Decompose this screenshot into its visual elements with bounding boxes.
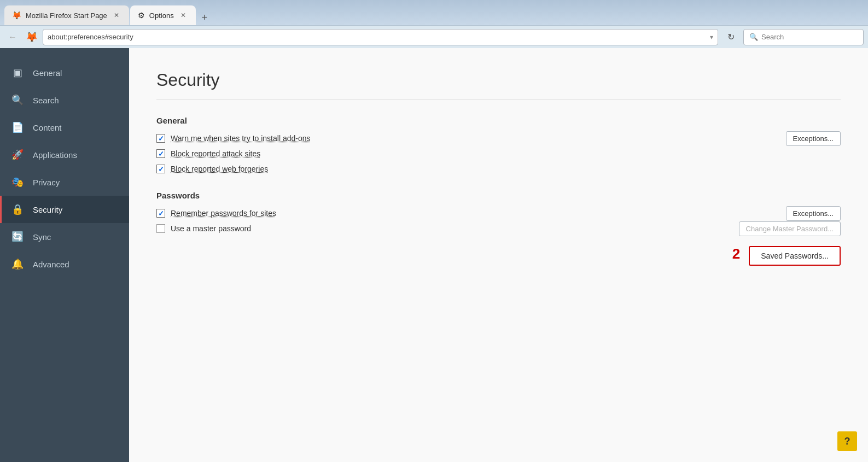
block-attack-checkmark: ✓ xyxy=(158,150,164,158)
block-forgeries-label[interactable]: Block reported web forgeries xyxy=(171,165,268,173)
block-forgeries-row: ✓ Block reported web forgeries xyxy=(156,165,841,173)
sidebar-label-advanced: Advanced xyxy=(33,260,69,269)
block-attack-checkbox[interactable]: ✓ xyxy=(156,149,165,158)
search-icon: 🔍 xyxy=(749,33,758,41)
warn-addons-checkbox[interactable]: ✓ xyxy=(156,134,165,143)
warn-addons-label[interactable]: Warn me when sites try to install add-on… xyxy=(171,134,310,143)
master-password-checkbox[interactable] xyxy=(156,224,165,233)
applications-icon: 🚀 xyxy=(11,149,24,161)
exceptions-button-1[interactable]: Exceptions... xyxy=(786,131,841,146)
nav-bar: ← 🦊 about:preferences#security ▾ ↻ 🔍 xyxy=(0,25,868,48)
passwords-section: Passwords ✓ Remember passwords for sites… xyxy=(156,191,841,266)
general-icon: ▣ xyxy=(11,67,24,79)
sidebar-item-advanced[interactable]: 🔔 Advanced xyxy=(0,250,129,278)
sidebar-item-privacy[interactable]: 🎭 Privacy xyxy=(0,168,129,196)
page-title: Security xyxy=(156,70,841,90)
sidebar-label-general: General xyxy=(33,68,62,78)
sidebar-item-general[interactable]: ▣ General xyxy=(0,59,129,86)
browser-search-bar[interactable]: 🔍 xyxy=(743,29,864,45)
exceptions-button-2[interactable]: Exceptions... xyxy=(786,206,841,221)
content-area: 1 Security General ✓ Warn me when sites … xyxy=(129,48,868,462)
annotation-2: 2 xyxy=(732,245,740,262)
general-section-title: General xyxy=(156,116,841,125)
sidebar-item-content[interactable]: 📄 Content xyxy=(0,114,129,141)
sidebar-label-security: Security xyxy=(33,205,62,214)
security-icon: 🔒 xyxy=(11,203,24,215)
new-tab-button[interactable]: + xyxy=(197,10,212,25)
sidebar-label-privacy: Privacy xyxy=(33,178,60,187)
passwords-section-title: Passwords xyxy=(156,191,841,200)
firefox-tab-icon: 🦊 xyxy=(12,11,21,20)
remember-passwords-label[interactable]: Remember passwords for sites xyxy=(171,209,276,218)
refresh-button[interactable]: ↻ xyxy=(723,29,739,45)
main-layout: ▣ General 🔍 Search 📄 Content 🚀 Applicati… xyxy=(0,48,868,462)
remember-passwords-checkmark: ✓ xyxy=(158,209,164,218)
block-forgeries-checkbox[interactable]: ✓ xyxy=(156,165,165,173)
general-section: General ✓ Warn me when sites try to inst… xyxy=(156,116,841,173)
saved-passwords-button[interactable]: Saved Passwords... xyxy=(749,246,841,266)
warn-addons-row: ✓ Warn me when sites try to install add-… xyxy=(156,134,841,143)
tab-options-close[interactable]: ✕ xyxy=(178,10,188,20)
sidebar-label-search: Search xyxy=(33,96,59,105)
block-forgeries-checkmark: ✓ xyxy=(158,165,164,173)
search-input[interactable] xyxy=(761,33,849,41)
tab-options[interactable]: ⚙ Options ✕ xyxy=(130,5,196,25)
options-tab-icon: ⚙ xyxy=(138,11,145,20)
master-password-label[interactable]: Use a master password xyxy=(171,224,251,233)
tab-firefox-close[interactable]: ✕ xyxy=(112,10,121,20)
tab-options-label: Options xyxy=(149,11,174,20)
back-button[interactable]: ← xyxy=(4,29,21,45)
warn-addons-checkmark: ✓ xyxy=(158,134,164,143)
sidebar-item-sync[interactable]: 🔄 Sync xyxy=(0,223,129,250)
browser-chrome: 🦊 Mozilla Firefox Start Page ✕ ⚙ Options… xyxy=(0,0,868,48)
tab-bar: 🦊 Mozilla Firefox Start Page ✕ ⚙ Options… xyxy=(0,0,868,25)
firefox-logo: 🦊 xyxy=(25,31,38,44)
section-divider xyxy=(156,99,841,100)
dropdown-icon[interactable]: ▾ xyxy=(710,33,713,41)
sidebar-item-applications[interactable]: 🚀 Applications xyxy=(0,141,129,168)
sidebar-label-sync: Sync xyxy=(33,232,51,242)
privacy-icon: 🎭 xyxy=(11,176,24,188)
sidebar-item-search[interactable]: 🔍 Search xyxy=(0,86,129,114)
sidebar-item-security[interactable]: 🔒 Security xyxy=(0,196,129,223)
sidebar: ▣ General 🔍 Search 📄 Content 🚀 Applicati… xyxy=(0,48,129,462)
change-master-password-button[interactable]: Change Master Password... xyxy=(739,221,841,236)
remember-passwords-row: ✓ Remember passwords for sites Exception… xyxy=(156,209,841,218)
content-icon: 📄 xyxy=(11,121,24,133)
address-bar[interactable]: about:preferences#security ▾ xyxy=(43,29,718,45)
sidebar-label-applications: Applications xyxy=(33,150,77,160)
help-button[interactable]: ? xyxy=(837,431,857,451)
tab-firefox-label: Mozilla Firefox Start Page xyxy=(26,11,107,20)
sync-icon: 🔄 xyxy=(11,231,24,243)
advanced-icon: 🔔 xyxy=(11,258,24,270)
tab-firefox-start[interactable]: 🦊 Mozilla Firefox Start Page ✕ xyxy=(4,5,129,25)
remember-passwords-checkbox[interactable]: ✓ xyxy=(156,209,165,218)
search-sidebar-icon: 🔍 xyxy=(11,94,24,106)
address-text: about:preferences#security xyxy=(48,33,707,41)
block-attack-row: ✓ Block reported attack sites xyxy=(156,149,841,158)
master-password-row: Use a master password Change Master Pass… xyxy=(156,224,841,233)
sidebar-label-content: Content xyxy=(33,123,62,132)
block-attack-label[interactable]: Block reported attack sites xyxy=(171,149,260,158)
